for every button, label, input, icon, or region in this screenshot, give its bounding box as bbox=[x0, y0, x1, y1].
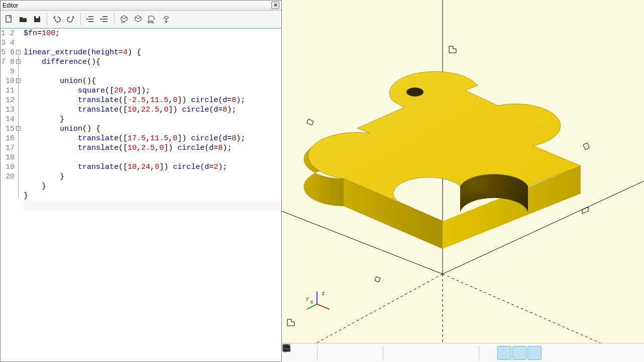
editor-title: Editor bbox=[3, 2, 271, 9]
code-area[interactable]: 1 2 3 4 5 6 7 8 9 10 11 12 13 14 15 16 1… bbox=[1, 28, 281, 361]
perspective-button[interactable] bbox=[482, 346, 496, 360]
render-button[interactable] bbox=[300, 346, 314, 360]
fold-gutter[interactable]: −−−− bbox=[16, 29, 23, 361]
svg-rect-23 bbox=[283, 345, 289, 351]
view-front-button[interactable] bbox=[386, 346, 400, 360]
new-file-button[interactable] bbox=[3, 13, 16, 26]
export-stl-button[interactable]: STL bbox=[146, 13, 159, 26]
view-top-button[interactable] bbox=[447, 346, 461, 360]
zoom-out-button[interactable] bbox=[351, 346, 365, 360]
scene-svg: y z x bbox=[282, 0, 644, 362]
show-crosshair-button[interactable] bbox=[543, 346, 557, 360]
viewport-3d[interactable]: y z x »10 bbox=[282, 0, 644, 362]
undo-button[interactable] bbox=[50, 13, 63, 26]
view-back-button[interactable] bbox=[401, 346, 415, 360]
open-file-button[interactable] bbox=[17, 13, 30, 26]
render-button[interactable] bbox=[132, 13, 145, 26]
unindent-button[interactable] bbox=[84, 13, 97, 26]
zoom-in-button[interactable] bbox=[336, 346, 350, 360]
view-right-button[interactable] bbox=[432, 346, 446, 360]
svg-text:z: z bbox=[322, 291, 325, 296]
svg-rect-1 bbox=[36, 16, 39, 18]
show-axes-button[interactable] bbox=[512, 346, 526, 360]
editor-close-button[interactable]: ✕ bbox=[271, 2, 279, 9]
editor-toolbar: »STL bbox=[1, 11, 281, 28]
line-number-gutter: 1 2 3 4 5 6 7 8 9 10 11 12 13 14 15 16 1… bbox=[1, 29, 16, 361]
save-file-button[interactable] bbox=[31, 13, 44, 26]
preview-button[interactable]: » bbox=[118, 13, 131, 26]
svg-line-11 bbox=[317, 304, 330, 309]
code-text[interactable]: $fn=100; linear_extrude(height=4) { diff… bbox=[23, 29, 281, 361]
view-bottom-button[interactable] bbox=[462, 346, 476, 360]
svg-text:»: » bbox=[121, 21, 123, 24]
indent-button[interactable] bbox=[98, 13, 111, 26]
ortho-button[interactable] bbox=[497, 346, 511, 360]
axis-gizmo: y z x bbox=[306, 291, 330, 309]
svg-rect-0 bbox=[6, 16, 11, 22]
svg-line-12 bbox=[307, 304, 317, 309]
redo-button[interactable] bbox=[64, 13, 77, 26]
svg-text:x: x bbox=[310, 299, 313, 305]
send-to-print-button[interactable] bbox=[160, 13, 173, 26]
editor-panel: Editor ✕ »STL 1 2 3 4 5 6 7 8 9 10 11 12… bbox=[0, 0, 282, 362]
svg-text:y: y bbox=[306, 296, 308, 301]
svg-point-10 bbox=[406, 87, 423, 97]
view-left-button[interactable] bbox=[416, 346, 431, 360]
svg-text:STL: STL bbox=[148, 20, 155, 24]
reset-view-button[interactable] bbox=[366, 346, 380, 360]
editor-titlebar: Editor ✕ bbox=[1, 1, 281, 11]
show-scale-button[interactable]: 10 bbox=[527, 346, 542, 360]
zoom-fit-button[interactable] bbox=[320, 346, 335, 360]
viewport-toolbar: »10 bbox=[282, 343, 644, 362]
puzzle-piece bbox=[303, 71, 581, 249]
